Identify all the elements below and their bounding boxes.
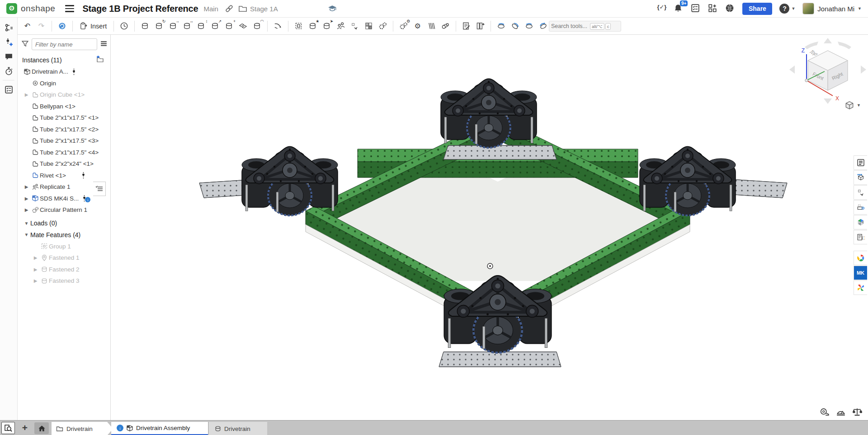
chevron-right-icon[interactable]: ▶ (23, 184, 30, 189)
slider-mate-icon[interactable]: → (167, 20, 179, 33)
learning-center-icon[interactable] (328, 4, 337, 13)
help-icon[interactable]: ? (779, 4, 789, 14)
home-tab-button[interactable] (34, 422, 49, 434)
feature-script-icon[interactable]: {✓} (657, 4, 666, 14)
notifications-bell-icon[interactable]: 9+ (674, 4, 684, 14)
view-cube[interactable]: Top Front Right Z X (788, 37, 868, 105)
follow-mode-icon[interactable] (0, 35, 18, 49)
animate-tool-icon[interactable] (537, 20, 549, 33)
mate-item-fastened3[interactable]: ▶ Fastened 3 (18, 275, 110, 287)
onshape-logo-icon[interactable] (6, 3, 17, 14)
release-panel-icon[interactable] (854, 185, 867, 200)
display-states-icon[interactable]: ➤ (321, 20, 333, 33)
tree-item-circular-pattern[interactable]: ▶ Circular Pattern 1 (18, 204, 110, 216)
tasks-list-icon[interactable] (691, 4, 701, 14)
history-icon[interactable] (0, 64, 18, 78)
config-panel-icon[interactable] (854, 200, 867, 215)
search-tools-input[interactable] (551, 23, 589, 29)
linear-pattern-icon[interactable] (363, 20, 375, 33)
rack-pinion-icon[interactable]: ⚙ (411, 20, 424, 33)
tree-item-tube24[interactable]: Tube 2"x2"x24" <1> (18, 158, 110, 170)
protractor-icon[interactable] (835, 407, 846, 417)
chevron-right-icon[interactable]: ▶ (23, 92, 30, 97)
community-globe-icon[interactable] (725, 4, 735, 14)
chevron-right-icon[interactable]: ▶ (32, 278, 39, 283)
panel-flyout-toggle[interactable] (93, 182, 106, 196)
redo-icon[interactable]: ↷ (35, 20, 47, 33)
tree-item-tube1[interactable]: Tube 2"x1"x17.5" <1> (18, 112, 110, 124)
notes-panel-icon[interactable] (854, 155, 867, 170)
filter-input[interactable] (32, 38, 97, 50)
undo-icon[interactable]: ↶ (21, 20, 33, 33)
properties-panel-icon[interactable] (0, 82, 18, 97)
versions-tree-icon[interactable] (0, 20, 18, 35)
breadcrumb[interactable]: Stage 1A (238, 4, 278, 13)
mkcad-app-icon[interactable]: MK (854, 266, 867, 280)
document-title[interactable]: Stage 1B Project Reference (82, 4, 198, 14)
swerve-module-left[interactable] (242, 147, 338, 216)
revolute-mate-icon[interactable]: ↻ (153, 20, 165, 33)
drawing-icon[interactable] (460, 20, 472, 33)
cylindrical-mate-icon[interactable]: ↕ (195, 20, 207, 33)
spin-tool-icon[interactable] (523, 20, 535, 33)
swerve-module-right[interactable] (640, 147, 736, 216)
filter-icon[interactable] (21, 40, 29, 49)
circular-pattern-icon[interactable] (377, 20, 389, 33)
mates-section-header[interactable]: ▼ Mate Features (4) (18, 229, 110, 241)
tape-measure-icon[interactable] (819, 407, 830, 417)
new-folder-icon[interactable] (96, 56, 104, 64)
app-pinwheel-icon[interactable] (854, 215, 867, 229)
list-view-icon[interactable] (100, 40, 108, 49)
tree-item-tube4[interactable]: Tube 2"x1"x17.5" <4> (18, 147, 110, 159)
mate-item-fastened2[interactable]: ▶ Fastened 2 (18, 264, 110, 276)
chevron-right-icon[interactable]: ▶ (23, 207, 30, 212)
snap-mode-icon[interactable] (272, 20, 284, 33)
chevron-right-icon[interactable]: ▶ (32, 267, 39, 272)
chevron-right-icon[interactable]: ▶ (23, 196, 30, 201)
mate-item-group[interactable]: Group 1 (18, 241, 110, 253)
chevron-right-icon[interactable]: ▶ (32, 255, 39, 260)
bom-table-icon[interactable] (474, 20, 486, 33)
loads-section-header[interactable]: ▼ Loads (0) (18, 218, 110, 229)
tree-item-root-assembly[interactable]: Drivetrain A... (18, 66, 110, 78)
gear-relation-icon[interactable]: ⚙ (397, 20, 410, 33)
mass-properties-icon[interactable] (852, 407, 863, 417)
orbit-mode-icon[interactable] (56, 20, 68, 33)
hamburger-menu-icon[interactable] (65, 5, 74, 12)
apps-grid-icon[interactable] (708, 4, 718, 14)
app-iris-icon[interactable] (854, 251, 867, 265)
tangent-mate-icon[interactable]: ◠ (251, 20, 263, 33)
link-icon[interactable] (225, 4, 234, 13)
fastened-mate-icon[interactable] (139, 20, 151, 33)
planar-mate-icon[interactable]: ↔ (181, 20, 193, 33)
comments-icon[interactable] (0, 49, 18, 64)
tree-item-rivet[interactable]: Rivet <1> (18, 170, 110, 182)
parallel-mate-icon[interactable] (237, 20, 249, 33)
screw-relation-icon[interactable] (425, 20, 438, 33)
in-context-icon[interactable] (349, 20, 361, 33)
belt-relation-icon[interactable] (439, 20, 452, 33)
bom-cube-panel-icon[interactable] (854, 170, 867, 185)
tab-drivetrain-assembly[interactable]: ↓ Drivetrain Assembly (111, 422, 208, 435)
tree-item-origin[interactable]: Origin (18, 78, 110, 89)
pin-slot-mate-icon[interactable]: ↗ (209, 20, 221, 33)
search-tools-box[interactable]: alt/⌥ c (549, 21, 621, 32)
folder-breadcrumb-tab[interactable]: Drivetrain (52, 422, 113, 435)
swerve-module-top[interactable] (441, 79, 537, 148)
tab-drivetrain-partstudio[interactable]: Drivetrain (208, 422, 267, 435)
view-settings-button[interactable]: ▼ (844, 100, 861, 110)
user-avatar[interactable] (802, 3, 814, 14)
move-part-icon[interactable] (495, 20, 507, 33)
tree-item-origin-cube[interactable]: ▶ Origin Cube <1> (18, 89, 110, 101)
caret-down-icon[interactable]: ▼ (23, 221, 30, 226)
update-available-icon[interactable]: ↓ (85, 197, 90, 202)
caret-down-icon[interactable]: ▼ (23, 232, 30, 237)
share-button[interactable]: Share (742, 3, 772, 15)
replicate-tool-icon[interactable] (335, 20, 347, 33)
named-views-icon[interactable]: ★ (307, 20, 319, 33)
new-tab-button[interactable]: + (19, 422, 31, 434)
origin-marker[interactable] (487, 263, 493, 269)
insert-button[interactable]: Insert (76, 20, 110, 33)
workspace-name[interactable]: Main (203, 5, 218, 13)
tree-item-tube2[interactable]: Tube 2"x1"x17.5" <2> (18, 124, 110, 136)
